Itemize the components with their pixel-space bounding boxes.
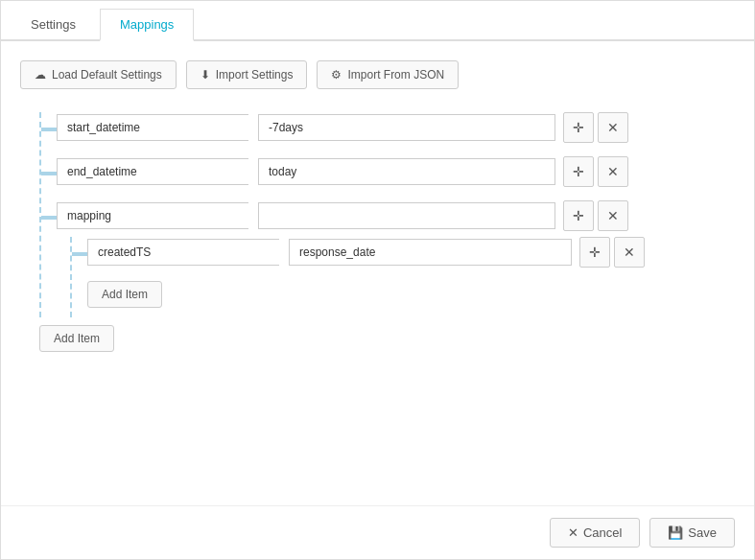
value-input-end-datetime[interactable] <box>258 158 555 185</box>
save-icon: 💾 <box>668 525 683 540</box>
cancel-button[interactable]: ✕ Cancel <box>550 518 640 548</box>
key-input-start-datetime[interactable] <box>57 114 248 141</box>
key-input-createdts[interactable] <box>87 239 279 266</box>
save-label: Save <box>688 525 717 540</box>
add-item-outer-button[interactable]: Add Item <box>39 325 114 352</box>
import-json-label: Import From JSON <box>347 68 444 82</box>
load-icon: ☁ <box>35 68 46 82</box>
nested-tree: ✛ ✕ Add Item <box>70 237 735 317</box>
json-icon: ⚙ <box>331 68 342 82</box>
content-area: ☁ Load Default Settings ⬇ Import Setting… <box>1 41 754 505</box>
key-input-mapping[interactable] <box>57 202 248 229</box>
save-button[interactable]: 💾 Save <box>649 518 735 548</box>
tree-container: ✛ ✕ ✛ ✕ <box>39 112 735 317</box>
table-row: ✛ ✕ <box>57 112 735 143</box>
move-button-mapping[interactable]: ✛ <box>563 200 594 231</box>
add-item-nested-button[interactable]: Add Item <box>87 281 162 308</box>
row-actions: ✛ ✕ <box>579 237 645 268</box>
remove-button-end-datetime[interactable]: ✕ <box>598 156 628 187</box>
import-settings-label: Import Settings <box>216 68 294 82</box>
value-input-start-datetime[interactable] <box>258 114 555 141</box>
remove-button-mapping[interactable]: ✕ <box>598 200 628 231</box>
remove-button-createdts[interactable]: ✕ <box>614 237 645 268</box>
move-button-createdts[interactable]: ✛ <box>579 237 610 268</box>
value-input-createdts[interactable] <box>289 239 572 266</box>
cancel-icon: ✕ <box>568 525 578 540</box>
form-area: ✛ ✕ ✛ ✕ <box>20 112 735 496</box>
import-settings-button[interactable]: ⬇ Import Settings <box>186 60 308 89</box>
move-button-end-datetime[interactable]: ✛ <box>563 156 594 187</box>
move-button-start-datetime[interactable]: ✛ <box>563 112 594 143</box>
toolbar: ☁ Load Default Settings ⬇ Import Setting… <box>20 60 735 89</box>
tabs-bar: Settings Mappings <box>1 1 754 41</box>
load-default-label: Load Default Settings <box>52 68 162 82</box>
load-default-button[interactable]: ☁ Load Default Settings <box>20 60 177 89</box>
footer: ✕ Cancel 💾 Save <box>1 505 754 559</box>
cancel-label: Cancel <box>583 525 622 540</box>
tab-mappings[interactable]: Mappings <box>100 9 194 41</box>
row-actions: ✛ ✕ <box>563 156 628 187</box>
add-item-nested-container: Add Item <box>87 281 735 317</box>
add-item-outer-container: Add Item <box>39 325 735 362</box>
tab-settings[interactable]: Settings <box>11 9 96 39</box>
row-actions: ✛ ✕ <box>563 200 628 231</box>
import-icon: ⬇ <box>201 68 210 82</box>
table-row: ✛ ✕ <box>57 200 735 231</box>
value-input-mapping[interactable] <box>258 202 555 229</box>
row-actions: ✛ ✕ <box>563 112 628 143</box>
key-input-end-datetime[interactable] <box>57 158 248 185</box>
import-json-button[interactable]: ⚙ Import From JSON <box>317 60 459 89</box>
table-row: ✛ ✕ <box>87 237 735 268</box>
remove-button-start-datetime[interactable]: ✕ <box>598 112 628 143</box>
main-container: Settings Mappings ☁ Load Default Setting… <box>0 0 755 560</box>
table-row: ✛ ✕ <box>57 156 735 187</box>
